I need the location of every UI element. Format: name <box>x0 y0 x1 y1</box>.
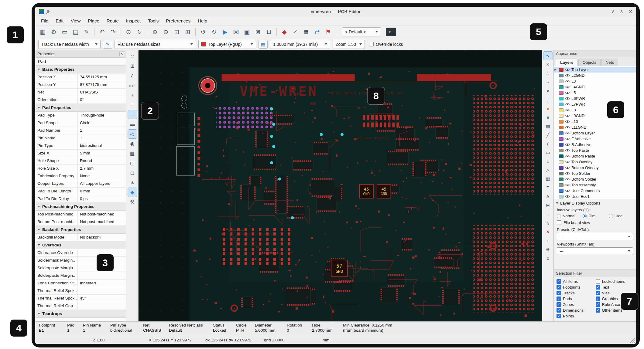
layer-row-l3[interactable]: L3 <box>554 78 636 84</box>
draw-polygon-icon[interactable]: △ <box>543 166 553 174</box>
layer-row-l8[interactable]: L8 <box>554 107 636 113</box>
property-value[interactable] <box>78 287 126 294</box>
add-zone-icon[interactable]: ■ <box>543 113 553 121</box>
menu-preferences[interactable]: Preferences <box>163 17 194 24</box>
checkbox-graphics[interactable] <box>596 296 600 301</box>
units-mm-icon[interactable]: mm <box>128 81 137 90</box>
scripting-console-icon[interactable]: >_ <box>386 28 396 36</box>
property-section-overrides[interactable]: Overrides <box>35 241 126 249</box>
grid-visibility-icon[interactable]: ∷ <box>128 52 137 61</box>
track-width-select[interactable]: Track: use netclass width <box>38 40 101 49</box>
layer-row-l10[interactable]: L10 <box>554 119 636 124</box>
rotate-ccw-icon[interactable]: ↺ <box>198 27 208 37</box>
highlight-net-icon[interactable]: ✕ <box>543 60 553 69</box>
property-value[interactable]: All copper layers <box>78 180 126 187</box>
add-table-icon[interactable]: ⊞ <box>543 201 553 209</box>
layer-row-l7pwr[interactable]: L7PWR <box>554 101 636 107</box>
draw-arc-icon[interactable]: ( <box>543 140 553 148</box>
layer-row-b-adhesive[interactable]: B.Adhesive <box>554 142 636 147</box>
find-icon[interactable]: ⊙ <box>123 27 134 37</box>
layer-row-l4gnd[interactable]: L4GND <box>554 84 636 90</box>
ratsnest-visibility-icon[interactable]: ≡ <box>128 100 137 109</box>
route-tracks-icon[interactable]: ~ <box>543 78 553 86</box>
delete-tool-icon[interactable]: ✕ <box>543 228 553 236</box>
tab-layers[interactable]: Layers <box>556 59 578 66</box>
print-icon[interactable]: ▤ <box>70 27 81 37</box>
select-tool-icon[interactable]: ↖ <box>543 52 553 60</box>
zone-fill-icon[interactable]: ▩ <box>128 149 137 158</box>
zoom-selection-icon[interactable]: ⊞ <box>183 27 193 37</box>
grid-overrides-icon[interactable]: ⊞ <box>128 62 137 70</box>
draw-circle-icon[interactable]: ○ <box>543 157 553 165</box>
plot-icon[interactable]: ✎ <box>81 27 92 37</box>
layer-color-swatch[interactable] <box>559 166 564 170</box>
layer-color-swatch[interactable] <box>559 126 564 129</box>
layer-color-swatch[interactable] <box>559 160 564 164</box>
via-size-select[interactable]: Via: use netclass sizes <box>115 40 196 49</box>
visibility-eye-icon[interactable] <box>565 85 570 89</box>
layer-color-swatch[interactable] <box>559 114 564 118</box>
property-value[interactable]: 0 ps <box>78 195 126 202</box>
pad-display-icon[interactable]: ◉ <box>128 139 137 148</box>
radio-hide[interactable] <box>609 214 613 218</box>
pcb-canvas[interactable]: 45GND45GND57GNDVME-WRENWhite Rabbit Even… <box>139 50 542 321</box>
property-value[interactable]: Not post-machined <box>78 218 126 225</box>
property-section-backdrill-properties[interactable]: Backdrill Properties <box>35 226 126 234</box>
save-icon[interactable]: ▦ <box>38 27 48 37</box>
visibility-eye-icon[interactable] <box>565 125 570 130</box>
group-icon[interactable]: ▣ <box>242 27 252 37</box>
visibility-eye-icon[interactable] <box>565 189 570 193</box>
lock-icon[interactable]: ⊠ <box>253 27 263 37</box>
property-value[interactable] <box>78 257 126 264</box>
layer-color-swatch[interactable] <box>559 91 564 95</box>
grid-origin-icon[interactable]: + <box>543 236 553 245</box>
radio-normal[interactable] <box>557 214 561 218</box>
edit-netclasses-icon[interactable]: ✎ <box>103 40 112 49</box>
layer-color-swatch[interactable] <box>559 172 564 175</box>
curved-ratsnest-icon[interactable]: ≈ <box>128 110 137 119</box>
property-section-post-machining-properties[interactable]: Post-machining Properties <box>35 203 126 211</box>
minimize-button[interactable]: ∨ <box>611 9 614 14</box>
property-value[interactable]: 5 mm <box>78 150 126 157</box>
close-button[interactable]: ✕ <box>629 9 632 14</box>
menu-tools[interactable]: Tools <box>145 17 162 24</box>
title-bar[interactable]: vme-wren — PCB Editor ∨∧✕ <box>35 7 636 16</box>
layer-color-swatch[interactable] <box>559 80 564 83</box>
layer-color-swatch[interactable] <box>559 189 564 193</box>
maximize-button[interactable]: ∧ <box>620 9 623 14</box>
properties-panel-icon[interactable]: ◆ <box>128 188 137 197</box>
visibility-eye-icon[interactable] <box>565 131 570 135</box>
visibility-eye-icon[interactable] <box>565 91 570 95</box>
visibility-eye-icon[interactable] <box>565 137 570 141</box>
layer-row-top-assembly[interactable]: Top Assembly <box>554 182 636 188</box>
menu-file[interactable]: File <box>38 17 52 24</box>
page-settings-icon[interactable]: ▭ <box>60 27 70 37</box>
layer-color-swatch[interactable] <box>559 120 564 124</box>
sketch-mode-icon[interactable]: ◻ <box>128 168 137 177</box>
local-ratsnest-icon[interactable]: ∴ <box>543 69 553 77</box>
checkbox-all-items[interactable] <box>557 279 561 284</box>
layer-color-swatch[interactable] <box>559 131 564 135</box>
property-value[interactable]: Round <box>78 157 126 164</box>
property-value[interactable] <box>78 264 126 272</box>
menu-help[interactable]: Help <box>194 17 211 24</box>
layer-row-bottom-solder[interactable]: Bottom Solder <box>554 176 636 182</box>
board-setup-icon[interactable]: ⚙ <box>49 27 59 37</box>
visibility-eye-icon[interactable] <box>565 108 570 112</box>
via-display-icon[interactable]: ◎ <box>128 130 137 138</box>
property-value[interactable]: bidirectional <box>78 142 126 149</box>
checkbox-rule-areas[interactable] <box>596 302 600 307</box>
refresh-icon[interactable]: ↻ <box>134 27 145 37</box>
tune-length-icon[interactable]: ∫ <box>543 96 553 104</box>
add-via-icon[interactable]: ● <box>543 104 553 113</box>
radio-option-dim[interactable]: Dim <box>583 214 607 218</box>
zoom-select[interactable]: Zoom 1.50 <box>333 40 365 49</box>
show-violations-icon[interactable]: ⚑ <box>323 27 333 37</box>
property-section-pad-properties[interactable]: Pad Properties <box>35 104 126 112</box>
resize-grip[interactable] <box>630 338 635 343</box>
flip-board-view-checkbox[interactable] <box>557 220 561 225</box>
property-section-teardrops[interactable]: Teardrops <box>35 310 126 318</box>
checkbox-locked-items[interactable] <box>596 279 600 284</box>
layer-color-swatch[interactable] <box>559 143 564 147</box>
visibility-eye-icon[interactable] <box>565 102 570 107</box>
